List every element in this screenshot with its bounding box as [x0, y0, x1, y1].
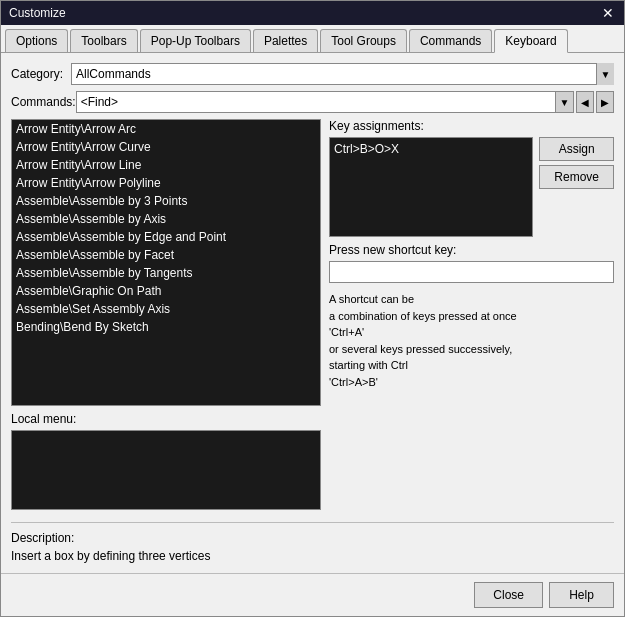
- find-select-wrapper: ▼: [76, 91, 574, 113]
- list-item[interactable]: Arrow Entity\Arrow Arc: [12, 120, 320, 138]
- tab-commands[interactable]: Commands: [409, 29, 492, 52]
- list-item[interactable]: Assemble\Set Assembly Axis: [12, 300, 320, 318]
- nav-prev-button[interactable]: ◀: [576, 91, 594, 113]
- key-assignments-box[interactable]: Ctrl>B>O>X: [329, 137, 533, 237]
- left-panel: Arrow Entity\Arrow Arc Arrow Entity\Arro…: [11, 119, 321, 510]
- tab-toolbars[interactable]: Toolbars: [70, 29, 137, 52]
- press-key-label: Press new shortcut key:: [329, 243, 614, 257]
- nav-next-button[interactable]: ▶: [596, 91, 614, 113]
- key-area: Press new shortcut key:: [329, 243, 614, 291]
- list-item[interactable]: Bending\Bend By Sketch: [12, 318, 320, 336]
- commands-list[interactable]: Arrow Entity\Arrow Arc Arrow Entity\Arro…: [11, 119, 321, 406]
- hint-line4: or several keys pressed successively,: [329, 343, 512, 355]
- right-panel: Key assignments: Ctrl>B>O>X Assign Remov…: [329, 119, 614, 510]
- hint-line5: starting with Ctrl: [329, 359, 408, 371]
- local-menu-label: Local menu:: [11, 412, 321, 426]
- list-item[interactable]: Assemble\Assemble by Tangents: [12, 264, 320, 282]
- commands-row: Commands: ▼ ◀ ▶: [11, 91, 614, 113]
- close-button[interactable]: Close: [474, 582, 543, 608]
- list-item[interactable]: Arrow Entity\Arrow Polyline: [12, 174, 320, 192]
- footer: Close Help: [1, 573, 624, 616]
- key-assignments-label: Key assignments:: [329, 119, 533, 133]
- hint-line1: A shortcut can be: [329, 293, 414, 305]
- local-menu-box: [11, 430, 321, 510]
- hint-text: A shortcut can be a combination of keys …: [329, 291, 614, 390]
- list-item[interactable]: Assemble\Graphic On Path: [12, 282, 320, 300]
- commands-label: Commands:: [11, 95, 76, 109]
- tab-palettes[interactable]: Palettes: [253, 29, 318, 52]
- content-area: Category: AllCommands ▼ Commands: ▼ ◀ ▶: [1, 53, 624, 573]
- help-button[interactable]: Help: [549, 582, 614, 608]
- title-bar: Customize ✕: [1, 1, 624, 25]
- tab-options[interactable]: Options: [5, 29, 68, 52]
- category-row: Category: AllCommands ▼: [11, 63, 614, 85]
- tab-keyboard[interactable]: Keyboard: [494, 29, 567, 53]
- category-label: Category:: [11, 67, 71, 81]
- find-dropdown-arrow[interactable]: ▼: [556, 91, 574, 113]
- list-item[interactable]: Assemble\Assemble by 3 Points: [12, 192, 320, 210]
- hint-line6: 'Ctrl>A>B': [329, 376, 378, 388]
- main-window: Customize ✕ Options Toolbars Pop-Up Tool…: [0, 0, 625, 617]
- main-area: Arrow Entity\Arrow Arc Arrow Entity\Arro…: [11, 119, 614, 510]
- hint-line3: 'Ctrl+A': [329, 326, 364, 338]
- description-section: Description: Insert a box by defining th…: [11, 522, 614, 563]
- description-text: Insert a box by defining three vertices: [11, 549, 614, 563]
- list-item[interactable]: Assemble\Assemble by Facet: [12, 246, 320, 264]
- assign-button[interactable]: Assign: [539, 137, 614, 161]
- window-title: Customize: [9, 6, 66, 20]
- tab-tool-groups[interactable]: Tool Groups: [320, 29, 407, 52]
- key-row: Key assignments: Ctrl>B>O>X Assign Remov…: [329, 119, 614, 243]
- hint-line2: a combination of keys pressed at once: [329, 310, 517, 322]
- remove-button[interactable]: Remove: [539, 165, 614, 189]
- list-item[interactable]: Arrow Entity\Arrow Line: [12, 156, 320, 174]
- tab-popup-toolbars[interactable]: Pop-Up Toolbars: [140, 29, 251, 52]
- shortcut-input[interactable]: [329, 261, 614, 283]
- find-input[interactable]: [76, 91, 556, 113]
- tabs-bar: Options Toolbars Pop-Up Toolbars Palette…: [1, 25, 624, 53]
- assign-remove-area: Assign Remove: [539, 119, 614, 189]
- description-label: Description:: [11, 531, 614, 545]
- category-select-wrapper: AllCommands ▼: [71, 63, 614, 85]
- list-item[interactable]: Assemble\Assemble by Edge and Point: [12, 228, 320, 246]
- key-assignments-area: Key assignments: Ctrl>B>O>X: [329, 119, 533, 243]
- find-wrapper: ▼ ◀ ▶: [76, 91, 614, 113]
- category-select[interactable]: AllCommands: [71, 63, 614, 85]
- list-item[interactable]: Arrow Entity\Arrow Curve: [12, 138, 320, 156]
- list-item[interactable]: Assemble\Assemble by Axis: [12, 210, 320, 228]
- close-icon[interactable]: ✕: [600, 5, 616, 21]
